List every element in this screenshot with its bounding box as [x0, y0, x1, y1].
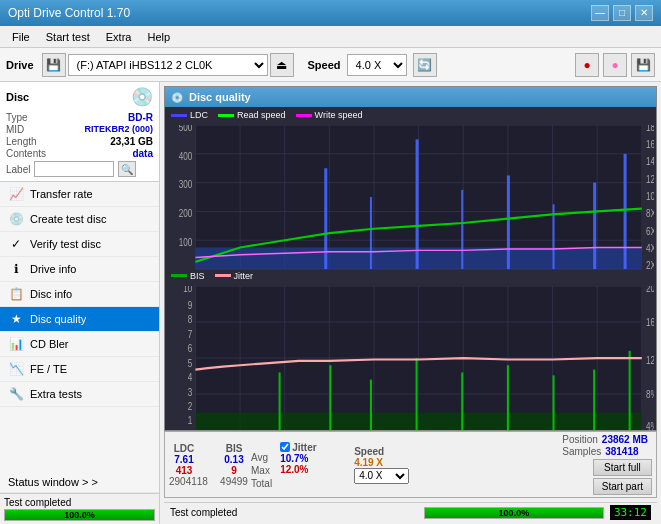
mid-value: RITEKBR2 (000): [84, 124, 153, 135]
position-value: 23862 MB: [602, 434, 648, 445]
jitter-legend-color: [215, 274, 231, 277]
svg-rect-67: [507, 365, 509, 430]
eject-button[interactable]: ⏏: [270, 53, 294, 77]
stats-area: LDC BIS 7.61 0.13 413 9 2904118 49499: [164, 431, 657, 498]
jitter-header: Jitter: [292, 442, 316, 453]
app-title: Opti Drive Control 1.70: [8, 6, 130, 20]
maximize-button[interactable]: □: [613, 5, 631, 21]
bottom-progress-bar: 100.0%: [424, 507, 604, 519]
time-display: 33:12: [610, 505, 651, 520]
svg-text:14X: 14X: [646, 155, 654, 168]
svg-text:8%: 8%: [646, 387, 654, 400]
extra-tests-icon: 🔧: [8, 386, 24, 402]
start-full-button[interactable]: Start full: [593, 459, 652, 476]
ldc-bis-group: LDC BIS 7.61 0.13 413 9 2904118 49499: [169, 443, 249, 487]
pink-circle-button[interactable]: ●: [603, 53, 627, 77]
sidebar-item-disc-info[interactable]: 📋 Disc info: [0, 282, 159, 307]
length-label: Length: [6, 136, 37, 147]
jitter-group: Jitter 10.7% 12.0%: [280, 442, 350, 488]
chart-disc-icon: 💿: [171, 92, 183, 103]
drive-icon-button[interactable]: 💾: [42, 53, 66, 77]
status-section: Status window > > Test completed 100.0%: [0, 472, 159, 524]
samples-label: Samples: [562, 446, 601, 457]
drive-select[interactable]: (F:) ATAPI iHBS112 2 CL0K: [68, 54, 268, 76]
svg-rect-21: [593, 183, 596, 269]
sidebar-item-label-disc-quality: Disc quality: [30, 313, 86, 325]
top-chart-svg: 500 400 300 200 100 18X 16X 14X 12X 10X …: [167, 125, 654, 284]
status-window-label: Status window > >: [8, 476, 98, 488]
menu-start-test[interactable]: Start test: [38, 29, 98, 45]
start-part-button[interactable]: Start part: [593, 478, 652, 495]
length-value: 23,31 GB: [110, 136, 153, 147]
svg-text:8X: 8X: [646, 207, 654, 220]
close-button[interactable]: ✕: [635, 5, 653, 21]
toolbar: Drive 💾 (F:) ATAPI iHBS112 2 CL0K ⏏ Spee…: [0, 48, 661, 82]
sidebar-item-cd-bler[interactable]: 📊 CD Bler: [0, 332, 159, 357]
sidebar-item-extra-tests[interactable]: 🔧 Extra tests: [0, 382, 159, 407]
svg-rect-70: [629, 350, 631, 429]
right-stats-buttons: Position 23862 MB Samples 381418 Start f…: [562, 434, 652, 495]
sidebar-item-verify-test-disc[interactable]: ✓ Verify test disc: [0, 232, 159, 257]
red-circle-button[interactable]: ●: [575, 53, 599, 77]
avg-label: Avg: [251, 452, 272, 465]
charts-container: LDC Read speed Write speed: [165, 107, 656, 430]
fe-te-icon: 📉: [8, 361, 24, 377]
svg-rect-69: [593, 369, 595, 430]
svg-text:4X: 4X: [646, 241, 654, 254]
main-layout: Disc 💿 Type BD-R MID RITEKBR2 (000) Leng…: [0, 82, 661, 524]
disc-panel: Disc 💿 Type BD-R MID RITEKBR2 (000) Leng…: [0, 82, 159, 182]
progress-bar: 100.0%: [4, 509, 155, 521]
menu-help[interactable]: Help: [139, 29, 178, 45]
window-controls: — □ ✕: [591, 5, 653, 21]
speed-select[interactable]: 4.0 X: [347, 54, 407, 76]
sidebar-item-transfer-rate[interactable]: 📈 Transfer rate: [0, 182, 159, 207]
sidebar: Disc 💿 Type BD-R MID RITEKBR2 (000) Leng…: [0, 82, 160, 524]
transfer-rate-icon: 📈: [8, 186, 24, 202]
read-speed-legend-color: [218, 114, 234, 117]
menu-extra[interactable]: Extra: [98, 29, 140, 45]
stats-row-headers: LDC BIS 7.61 0.13 413 9 2904118 49499: [169, 434, 652, 495]
speed-select-stats[interactable]: 4.0 X: [354, 468, 409, 484]
refresh-button[interactable]: 🔄: [413, 53, 437, 77]
max-jitter-value: 12.0%: [280, 464, 350, 475]
avg-jitter-value: 10.7%: [280, 453, 350, 464]
bottom-status-text: Test completed: [170, 507, 237, 518]
svg-text:10X: 10X: [646, 190, 654, 203]
svg-text:12X: 12X: [646, 172, 654, 185]
disc-label-input[interactable]: [34, 161, 114, 177]
svg-text:8: 8: [188, 313, 193, 326]
total-ldc-value: 2904118: [169, 476, 199, 487]
disc-icon[interactable]: 💿: [131, 86, 153, 108]
sidebar-item-drive-info[interactable]: ℹ Drive info: [0, 257, 159, 282]
svg-rect-63: [329, 365, 331, 430]
status-window-button[interactable]: Status window > >: [0, 472, 159, 493]
sidebar-item-label-verify-test-disc: Verify test disc: [30, 238, 101, 250]
disc-label-btn[interactable]: 🔍: [118, 161, 136, 177]
svg-rect-65: [416, 358, 418, 430]
save-button[interactable]: 💾: [631, 53, 655, 77]
row-labels: Avg Max Total: [251, 439, 272, 491]
contents-value: data: [132, 148, 153, 159]
svg-rect-16: [370, 197, 372, 269]
svg-text:500: 500: [179, 125, 193, 133]
svg-text:16X: 16X: [646, 138, 654, 151]
ldc-header: LDC: [169, 443, 199, 454]
jitter-checkbox[interactable]: [280, 442, 290, 452]
sidebar-item-label-extra-tests: Extra tests: [30, 388, 82, 400]
position-label: Position: [562, 434, 598, 445]
minimize-button[interactable]: —: [591, 5, 609, 21]
sidebar-item-create-test-disc[interactable]: 💿 Create test disc: [0, 207, 159, 232]
svg-text:5: 5: [188, 356, 193, 369]
sidebar-item-fe-te[interactable]: 📉 FE / TE: [0, 357, 159, 382]
menu-bar: File Start test Extra Help: [0, 26, 661, 48]
menu-file[interactable]: File: [4, 29, 38, 45]
drive-label: Drive: [6, 59, 34, 71]
read-speed-legend-label: Read speed: [237, 110, 286, 120]
svg-text:20%: 20%: [646, 286, 654, 294]
avg-bis-value: 0.13: [219, 454, 249, 465]
bottom-chart-legend: BIS Jitter: [167, 270, 654, 282]
type-label: Type: [6, 112, 28, 123]
svg-text:7: 7: [188, 327, 193, 340]
svg-rect-61: [195, 412, 641, 429]
sidebar-item-disc-quality[interactable]: ★ Disc quality: [0, 307, 159, 332]
